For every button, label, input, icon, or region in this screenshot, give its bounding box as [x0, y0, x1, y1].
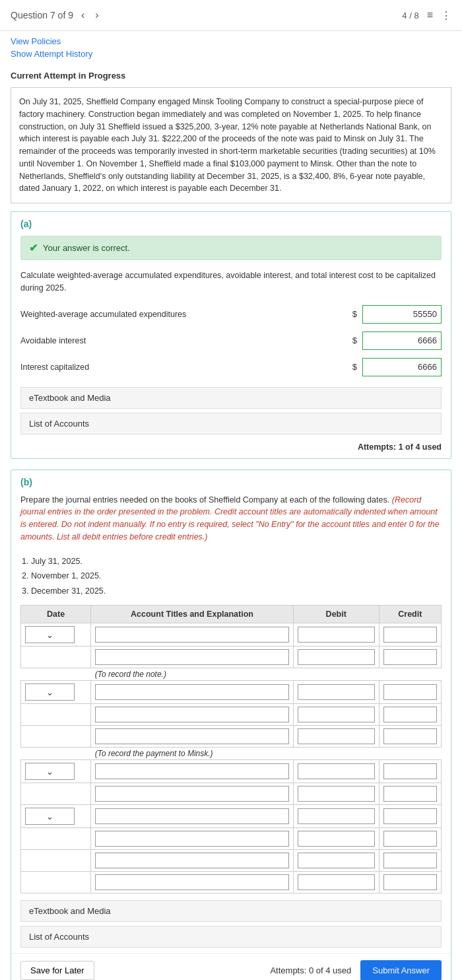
debit-input-4c[interactable]: [298, 853, 375, 868]
th-debit: Debit: [293, 606, 379, 623]
table-row: ⌄: [21, 760, 442, 783]
debit-cell-1b: [293, 647, 379, 668]
account-input-1b[interactable]: [95, 649, 289, 665]
list-icon-button[interactable]: ≡: [427, 9, 433, 21]
account-cell-2b: [91, 704, 294, 726]
debit-cell-2b: [293, 704, 379, 726]
field-label-capitalized: Interest capitalized: [20, 363, 347, 372]
attempts-label-b: Attempts: 0 of 4 used: [270, 965, 351, 975]
account-cell-3a: [91, 760, 294, 783]
date-dropdown-4[interactable]: ⌄: [25, 808, 75, 825]
account-input-3b[interactable]: [95, 786, 289, 802]
section-a-instruction: Calculate weighted-average accumulated e…: [11, 267, 451, 301]
credit-cell-2a: [379, 681, 441, 704]
show-attempt-link[interactable]: Show Attempt History: [11, 49, 451, 59]
debit-input-3a[interactable]: [298, 763, 375, 779]
field-input-capitalized[interactable]: [362, 358, 442, 376]
section-a-header: (a): [11, 212, 451, 233]
credit-input-1b[interactable]: [383, 649, 437, 665]
account-input-4d[interactable]: [95, 874, 289, 890]
th-credit: Credit: [379, 606, 441, 623]
field-label-waae: Weighted-average accumulated expenditure…: [20, 310, 347, 319]
date-dropdown-1[interactable]: ⌄: [25, 626, 75, 643]
credit-input-1a[interactable]: [383, 627, 437, 643]
account-input-2b[interactable]: [95, 707, 289, 722]
debit-input-4a[interactable]: [298, 808, 375, 824]
etextbook-button-a[interactable]: eTextbook and Media: [20, 387, 442, 409]
section-a: (a) ✔ Your answer is correct. Calculate …: [11, 211, 451, 459]
th-account: Account Titles and Explanation: [91, 606, 294, 623]
note-empty-2: [21, 748, 91, 760]
account-input-4c[interactable]: [95, 853, 289, 868]
date-dropdown-2[interactable]: ⌄: [25, 683, 75, 701]
note-row-2: (To record the payment to Minsk.): [21, 748, 442, 760]
correct-text: Your answer is correct.: [43, 243, 130, 253]
debit-input-2b[interactable]: [298, 707, 375, 722]
debit-input-1b[interactable]: [298, 649, 375, 665]
debit-input-2a[interactable]: [298, 684, 375, 700]
debit-cell-2a: [293, 681, 379, 704]
credit-input-4d[interactable]: [383, 874, 437, 890]
debit-input-1a[interactable]: [298, 627, 375, 643]
question-nav: Question 7 of 9 ‹ ›: [11, 8, 102, 22]
credit-input-4b[interactable]: [383, 831, 437, 847]
credit-cell-4b: [379, 828, 441, 850]
top-links: View Policies Show Attempt History: [0, 31, 462, 67]
table-row: ⌄: [21, 805, 442, 828]
submit-button[interactable]: Submit Answer: [360, 960, 442, 980]
credit-input-4a[interactable]: [383, 808, 437, 824]
credit-input-3a[interactable]: [383, 763, 437, 779]
dollar-sign-2: $: [352, 362, 357, 372]
field-input-avoidable[interactable]: [362, 332, 442, 350]
view-policies-link[interactable]: View Policies: [11, 36, 451, 46]
debit-cell-1a: [293, 623, 379, 647]
journal-table: Date Account Titles and Explanation Debi…: [20, 605, 442, 893]
credit-input-2b[interactable]: [383, 707, 437, 722]
debit-cell-2c: [293, 726, 379, 748]
debit-input-4b[interactable]: [298, 831, 375, 847]
note-empty-1: [21, 668, 91, 681]
correct-banner: ✔ Your answer is correct.: [20, 236, 442, 260]
table-row: [21, 726, 442, 748]
account-input-4a[interactable]: [95, 808, 289, 824]
table-row: [21, 783, 442, 805]
problem-text: On July 31, 2025, Sheffield Company enga…: [11, 87, 451, 203]
debit-input-3b[interactable]: [298, 786, 375, 802]
debit-input-4d[interactable]: [298, 874, 375, 890]
date-item-1: July 31, 2025.: [31, 554, 442, 569]
account-input-4b[interactable]: [95, 831, 289, 847]
debit-input-2c[interactable]: [298, 728, 375, 744]
account-cell-3b: [91, 783, 294, 805]
checkmark-icon: ✔: [29, 242, 38, 254]
field-row-waae: Weighted-average accumulated expenditure…: [11, 301, 451, 328]
note-row-1: (To record the note.): [21, 668, 442, 681]
etextbook-button-b[interactable]: eTextbook and Media: [20, 900, 442, 922]
credit-cell-3b: [379, 783, 441, 805]
field-input-waae[interactable]: [362, 305, 442, 324]
list-accounts-button-a[interactable]: List of Accounts: [20, 413, 442, 435]
list-accounts-button-b[interactable]: List of Accounts: [20, 926, 442, 948]
account-input-2c[interactable]: [95, 728, 289, 744]
credit-input-3b[interactable]: [383, 786, 437, 802]
account-cell-4a: [91, 805, 294, 828]
credit-input-2c[interactable]: [383, 728, 437, 744]
date-dropdown-cell-2: ⌄: [21, 681, 91, 704]
credit-cell-2b: [379, 704, 441, 726]
credit-input-2a[interactable]: [383, 684, 437, 700]
account-input-2a[interactable]: [95, 684, 289, 700]
field-label-avoidable: Avoidable interest: [20, 336, 347, 345]
date-dropdown-3[interactable]: ⌄: [25, 763, 75, 780]
attempts-label-a: Attempts: 1 of 4 used: [11, 440, 451, 458]
debit-cell-4d: [293, 872, 379, 893]
account-input-3a[interactable]: [95, 763, 289, 779]
section-b-instruction-normal: Prepare the journal entries needed on th…: [20, 495, 389, 505]
prev-button[interactable]: ‹: [79, 8, 87, 22]
date-dropdown-cell-3: ⌄: [21, 760, 91, 783]
section-b-instruction-block: Prepare the journal entries needed on th…: [11, 491, 451, 550]
more-icon-button[interactable]: ⋮: [441, 9, 451, 22]
next-button[interactable]: ›: [92, 8, 101, 22]
save-later-button[interactable]: Save for Later: [20, 961, 94, 980]
account-input-1a[interactable]: [95, 627, 289, 643]
credit-cell-1a: [379, 623, 441, 647]
credit-input-4c[interactable]: [383, 853, 437, 868]
